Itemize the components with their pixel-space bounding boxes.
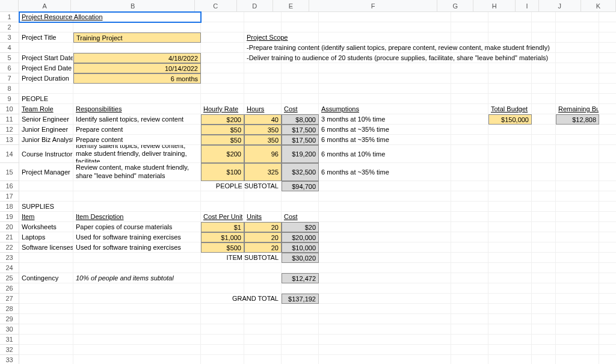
row-header-26[interactable]: 26 [0, 283, 19, 294]
row-header-30[interactable]: 30 [0, 324, 19, 335]
people-hours[interactable]: 350 [244, 125, 282, 135]
row-header-5[interactable]: 5 [0, 53, 19, 63]
supplies-units[interactable]: 20 [244, 222, 282, 232]
row-header-3[interactable]: 3 [0, 32, 19, 43]
people-assump[interactable]: 3 months at 10% time [319, 114, 451, 125]
row-header-33[interactable]: 33 [0, 355, 19, 364]
people-header-hours[interactable]: Hours [244, 104, 282, 114]
row-header-22[interactable]: 22 [0, 242, 19, 253]
scope-line-2[interactable]: -Deliver training to audience of 20 stud… [244, 53, 616, 63]
people-resp[interactable]: Prepare content [73, 125, 201, 135]
supplies-cost[interactable]: $20,000 [282, 232, 319, 242]
supplies-cost[interactable]: $10,000 [282, 242, 319, 253]
row-header-24[interactable]: 24 [0, 263, 19, 273]
row-header-1[interactable]: 1 [0, 12, 19, 22]
supplies-desc[interactable]: Used for software training exercises [73, 242, 201, 253]
people-cost[interactable]: $17,500 [282, 135, 319, 145]
people-role[interactable]: Junior Biz Analyst [19, 135, 73, 145]
row-header-16[interactable]: 16 [0, 181, 19, 191]
col-header-B[interactable]: B [71, 0, 195, 12]
row-header-32[interactable]: 32 [0, 345, 19, 355]
people-cost[interactable]: $17,500 [282, 125, 319, 135]
people-hours[interactable]: 350 [244, 135, 282, 145]
row-header-15[interactable]: 15 [0, 163, 19, 181]
people-role[interactable]: Senior Engineer [19, 114, 73, 125]
total-budget-label[interactable]: Total Budget [488, 104, 532, 114]
row-header-23[interactable]: 23 [0, 253, 19, 263]
col-header-C[interactable]: C [195, 0, 237, 12]
supplies-item[interactable]: Worksheets [19, 222, 73, 232]
supplies-units[interactable]: 20 [244, 232, 282, 242]
people-section[interactable]: PEOPLE [19, 94, 73, 104]
people-assump[interactable]: 6 months at ~35% time [319, 125, 451, 135]
contingency-value[interactable]: $12,472 [282, 273, 319, 283]
people-cost[interactable]: $19,200 [282, 145, 319, 163]
supplies-section[interactable]: SUPPLIES [19, 202, 73, 212]
col-header-H[interactable]: H [473, 0, 516, 12]
row-header-25[interactable]: 25 [0, 273, 19, 283]
people-role[interactable]: Course Instructor [19, 145, 73, 163]
row-header-27[interactable]: 27 [0, 294, 19, 304]
people-hours[interactable]: 325 [244, 163, 282, 181]
grand-total-label[interactable]: GRAND TOTAL [201, 294, 282, 304]
row-header-13[interactable]: 13 [0, 135, 19, 145]
supplies-desc[interactable]: Paper copies of course materials [73, 222, 201, 232]
supplies-header-units[interactable]: Units [244, 212, 282, 222]
supplies-cost[interactable]: $20 [282, 222, 319, 232]
people-role[interactable]: Junior Engineer [19, 125, 73, 135]
total-budget-value[interactable]: $150,000 [488, 114, 532, 125]
col-header-D[interactable]: D [237, 0, 273, 12]
people-header-cost[interactable]: Cost [282, 104, 319, 114]
project-duration-label[interactable]: Project Duration [19, 73, 73, 84]
project-start-value[interactable]: 4/18/2022 [73, 53, 201, 63]
supplies-item[interactable]: Software licenses [19, 242, 73, 253]
row-header-6[interactable]: 6 [0, 63, 19, 73]
spreadsheet[interactable]: ABCDEFGHIJK 1234567891011121314151617181… [0, 0, 616, 364]
row-header-28[interactable]: 28 [0, 304, 19, 314]
item-subtotal-value[interactable]: $30,020 [282, 253, 319, 263]
row-header-7[interactable]: 7 [0, 73, 19, 84]
people-header-role[interactable]: Team Role [19, 104, 73, 114]
row-header-14[interactable]: 14 [0, 145, 19, 163]
supplies-units[interactable]: 20 [244, 242, 282, 253]
people-rate[interactable]: $50 [201, 135, 244, 145]
project-scope-label[interactable]: Project Scope [244, 32, 451, 43]
grid[interactable]: Project Resource AllocationProject Title… [19, 12, 616, 364]
row-header-4[interactable]: 4 [0, 43, 19, 53]
supplies-cpu[interactable]: $1,000 [201, 232, 244, 242]
people-resp[interactable]: Review content, make student friendly, s… [73, 163, 201, 181]
people-rate[interactable]: $100 [201, 163, 244, 181]
people-hours[interactable]: 40 [244, 114, 282, 125]
people-rate[interactable]: $50 [201, 125, 244, 135]
supplies-item[interactable]: Laptops [19, 232, 73, 242]
row-header-9[interactable]: 9 [0, 94, 19, 104]
col-header-F[interactable]: F [309, 0, 437, 12]
people-rate[interactable]: $200 [201, 145, 244, 163]
row-header-10[interactable]: 10 [0, 104, 19, 114]
people-cost[interactable]: $8,000 [282, 114, 319, 125]
row-header-21[interactable]: 21 [0, 232, 19, 242]
contingency-label[interactable]: Contingency [19, 273, 73, 283]
people-subtotal-value[interactable]: $94,700 [282, 181, 319, 191]
people-assump[interactable]: 6 months at ~35% time [319, 135, 451, 145]
row-header-31[interactable]: 31 [0, 335, 19, 345]
row-header-18[interactable]: 18 [0, 202, 19, 212]
row-header-8[interactable]: 8 [0, 84, 19, 94]
contingency-desc[interactable]: 10% of people and items subtotal [73, 273, 201, 283]
people-assump[interactable]: 6 months at 10% time [319, 145, 451, 163]
supplies-desc[interactable]: Used for software training exercises [73, 232, 201, 242]
supplies-header-cost[interactable]: Cost [282, 212, 319, 222]
col-header-K[interactable]: K [581, 0, 616, 12]
col-header-I[interactable]: I [516, 0, 539, 12]
item-subtotal-label[interactable]: ITEM SUBTOTAL [201, 253, 282, 263]
col-header-J[interactable]: J [539, 0, 581, 12]
supplies-header-item[interactable]: Item [19, 212, 73, 222]
row-header-19[interactable]: 19 [0, 212, 19, 222]
people-header-rate[interactable]: Hourly Rate [201, 104, 244, 114]
people-subtotal-label[interactable]: PEOPLE SUBTOTAL [201, 181, 282, 191]
supplies-cpu[interactable]: $500 [201, 242, 244, 253]
people-header-resp[interactable]: Responsibilities [73, 104, 201, 114]
people-header-assump[interactable]: Assumptions [319, 104, 451, 114]
row-header-29[interactable]: 29 [0, 314, 19, 324]
people-assump[interactable]: 6 months at ~35% time [319, 163, 451, 181]
